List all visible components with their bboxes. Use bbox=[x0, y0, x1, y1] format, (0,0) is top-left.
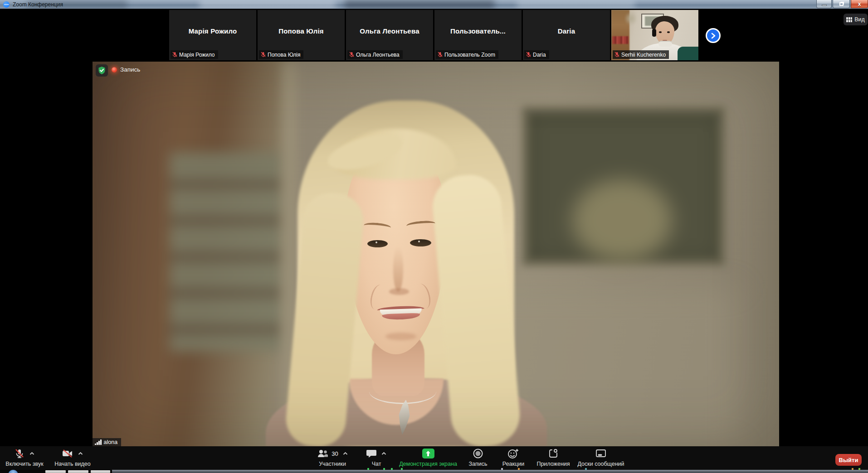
taskbar-icon-speck bbox=[858, 468, 860, 470]
restore-icon bbox=[839, 2, 844, 6]
participant-tile[interactable]: Пользователь... Пользователь Zoom bbox=[434, 10, 522, 60]
participant-tile[interactable]: Марія Рожило Марія Рожило bbox=[169, 10, 256, 60]
view-button[interactable]: Вид bbox=[844, 14, 868, 25]
thumbnail-headphone bbox=[652, 29, 656, 37]
start-video-button[interactable]: Начать видео bbox=[51, 446, 94, 470]
participant-badge-label: Ольга Леонтьева bbox=[356, 52, 400, 58]
start-button[interactable] bbox=[8, 470, 18, 473]
reactions-label: Реакции bbox=[502, 461, 524, 467]
reactions-smiley-icon bbox=[507, 448, 519, 459]
thumbnail-plant bbox=[625, 11, 637, 26]
participant-badge-label: Serhii Kucherenko bbox=[621, 52, 666, 58]
participant-name: Ольга Леонтьева bbox=[346, 27, 433, 35]
taskbar-icon-speck bbox=[585, 468, 587, 470]
record-label: Запись bbox=[468, 461, 487, 467]
zoom-meeting-window: zoom Zoom Конференция x Вид Марія Рожило… bbox=[0, 0, 868, 473]
record-button[interactable]: Запись bbox=[465, 446, 491, 470]
mic-muted-icon bbox=[172, 52, 177, 58]
share-screen-label: Демонстрация экрана bbox=[399, 461, 457, 467]
participants-options-caret[interactable] bbox=[342, 451, 348, 456]
taskbar-icon-speck bbox=[401, 468, 403, 470]
next-page-button[interactable] bbox=[706, 28, 721, 43]
taskbar-icon-speck bbox=[391, 468, 393, 470]
thumbnail-chair bbox=[678, 47, 698, 60]
thumbnail-books bbox=[612, 36, 629, 44]
participant-badge-label: Попова Юлія bbox=[268, 52, 300, 58]
titlebar-glass-blob bbox=[517, 0, 635, 9]
close-button[interactable]: x bbox=[851, 0, 868, 8]
participant-badge: Попова Юлія bbox=[259, 50, 303, 59]
participant-count: 30 bbox=[332, 450, 338, 457]
participant-badge: Ольга Леонтьева bbox=[347, 50, 403, 59]
mic-muted-icon bbox=[349, 52, 354, 58]
participant-name: Пользователь... bbox=[434, 27, 522, 35]
taskbar-button[interactable] bbox=[68, 470, 88, 473]
taskbar-button[interactable] bbox=[45, 470, 66, 473]
participant-badge: Serhii Kucherenko bbox=[613, 50, 669, 59]
thumbnail-person-eye bbox=[667, 31, 670, 33]
taskbar-button[interactable] bbox=[91, 470, 110, 473]
close-icon: x bbox=[858, 1, 861, 7]
windows-taskbar-sliver bbox=[0, 470, 868, 473]
participant-tile[interactable]: Ольга Леонтьева Ольга Леонтьева bbox=[346, 10, 433, 60]
mic-muted-icon bbox=[14, 448, 25, 459]
view-button-label: Вид bbox=[854, 16, 865, 23]
participants-button[interactable]: 30 Участники bbox=[310, 446, 355, 470]
recording-indicator[interactable]: Запись bbox=[112, 66, 140, 73]
titlebar-glass-blob bbox=[200, 0, 336, 9]
whiteboards-button[interactable]: Доски сообщений bbox=[576, 446, 626, 470]
chat-button[interactable]: Чат bbox=[364, 446, 389, 470]
mic-muted-icon bbox=[261, 52, 266, 58]
taskbar-icon-speck bbox=[367, 468, 369, 470]
participant-video-tile[interactable]: Serhii Kucherenko bbox=[611, 10, 698, 60]
minimize-button[interactable] bbox=[816, 0, 832, 8]
zoom-app-icon: zoom bbox=[3, 1, 10, 8]
chevron-right-icon bbox=[711, 33, 716, 39]
apps-icon bbox=[548, 448, 559, 459]
participant-tile[interactable]: Попова Юлія Попова Юлія bbox=[258, 10, 345, 60]
shield-check-icon bbox=[98, 66, 106, 75]
participant-badge: Daria bbox=[524, 50, 549, 59]
share-screen-button[interactable]: Демонстрация экрана bbox=[398, 446, 458, 470]
apps-button[interactable]: Приложения bbox=[535, 446, 571, 470]
reactions-button[interactable]: Реакции bbox=[499, 446, 528, 470]
participant-name: Daria bbox=[523, 27, 610, 35]
chat-label: Чат bbox=[372, 461, 381, 467]
restore-button[interactable] bbox=[833, 0, 850, 8]
mic-muted-icon bbox=[614, 52, 619, 58]
chat-options-caret[interactable] bbox=[381, 451, 387, 456]
speaker-name-badge: alona bbox=[93, 438, 121, 446]
window-title: Zoom Конференция bbox=[13, 1, 63, 8]
unmute-label: Включить звук bbox=[5, 461, 43, 467]
recording-dot-icon bbox=[112, 67, 117, 72]
start-video-label: Начать видео bbox=[54, 461, 90, 467]
participant-name: Марія Рожило bbox=[169, 27, 256, 35]
participants-icon bbox=[317, 449, 329, 459]
participant-tile[interactable]: Daria Daria bbox=[523, 10, 610, 60]
share-screen-icon bbox=[422, 449, 434, 459]
audio-level-icon bbox=[95, 439, 102, 445]
participants-label: Участники bbox=[319, 461, 346, 467]
participant-badge-label: Пользователь Zoom bbox=[444, 52, 495, 58]
record-icon bbox=[473, 448, 483, 459]
whiteboards-label: Доски сообщений bbox=[577, 461, 624, 467]
thumbnail-person-collar bbox=[658, 41, 672, 47]
participant-badge: Пользователь Zoom bbox=[436, 50, 498, 59]
mic-options-caret[interactable] bbox=[29, 451, 35, 456]
unmute-button[interactable]: Включить звук bbox=[4, 446, 45, 470]
video-options-caret[interactable] bbox=[78, 451, 83, 456]
leave-meeting-button[interactable]: Выйти bbox=[835, 454, 862, 466]
active-speaker-video[interactable]: Запись alona bbox=[93, 62, 779, 446]
titlebar-glass-blob bbox=[345, 0, 494, 9]
participant-badge-label: Daria bbox=[533, 52, 546, 58]
taskbar-icon-speck bbox=[501, 468, 503, 470]
participant-badge-label: Марія Рожило bbox=[179, 52, 215, 58]
taskbar-icon-speck bbox=[518, 468, 520, 470]
taskbar-icon-speck bbox=[852, 468, 853, 470]
taskbar-icon-speck bbox=[383, 468, 385, 470]
security-badge[interactable] bbox=[96, 64, 108, 77]
chat-bubble-icon bbox=[366, 449, 377, 459]
video-vignette bbox=[93, 62, 779, 446]
speaker-name: alona bbox=[104, 439, 118, 445]
meeting-toolbar: Включить звук Начать видео 30 Участники … bbox=[0, 446, 868, 470]
